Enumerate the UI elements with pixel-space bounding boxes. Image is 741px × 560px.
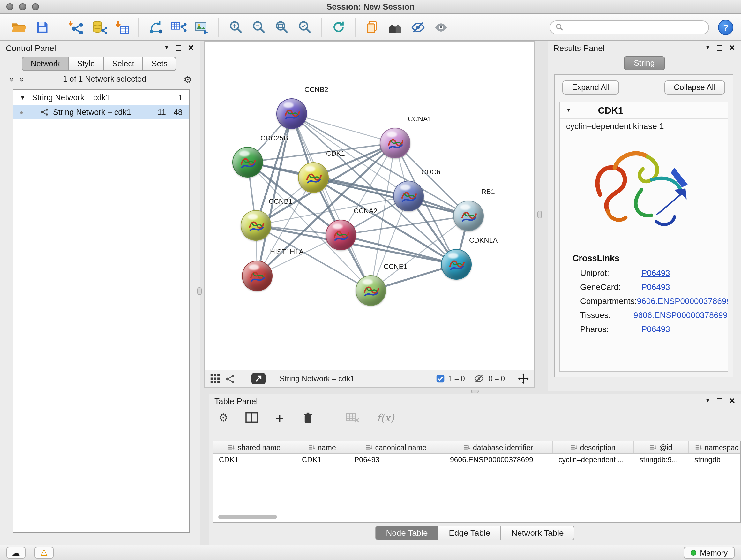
network-collection-row[interactable]: ▼ String Network – cdk1 1 — [13, 90, 189, 105]
network-node-CDKN1A[interactable] — [441, 249, 472, 280]
tab-style[interactable]: Style — [69, 57, 104, 71]
import-network-database-button[interactable] — [87, 16, 111, 38]
tab-sets[interactable]: Sets — [143, 57, 177, 71]
column-header-database-identifier[interactable]: database identifier — [444, 441, 553, 453]
import-network-file-button[interactable] — [64, 16, 87, 38]
column-header-description[interactable]: description — [553, 441, 634, 453]
hidden-elements-eye-icon[interactable] — [474, 374, 485, 383]
panel-menu-icon[interactable]: ▼ — [164, 45, 169, 51]
minimize-window-button[interactable] — [19, 3, 26, 10]
network-row[interactable]: ● String Network – cdk1 11 48 — [13, 105, 189, 119]
toolbar-search-field[interactable] — [549, 20, 709, 34]
network-node-CDK1[interactable] — [298, 162, 329, 193]
save-session-button[interactable] — [30, 16, 54, 38]
network-node-CCNA1[interactable] — [380, 128, 410, 159]
table-cell[interactable]: CDK1 — [213, 454, 296, 467]
crosslink-value-link[interactable]: 9606.ENSP00000378699 — [637, 296, 728, 306]
network-options-gear-icon[interactable]: ⚙ — [184, 74, 192, 84]
zoom-selected-button[interactable] — [293, 16, 316, 38]
collapse-all-icon[interactable]: » — [7, 75, 17, 84]
network-node-CDC25B[interactable] — [232, 147, 263, 178]
panel-float-icon[interactable] — [176, 45, 181, 51]
network-node-CCNB2[interactable] — [276, 98, 307, 129]
show-columns-button[interactable] — [243, 409, 260, 426]
zoom-window-button[interactable] — [32, 3, 39, 10]
delete-column-button[interactable] — [299, 409, 316, 426]
network-node-CCNB1[interactable] — [241, 210, 271, 241]
zoom-out-button[interactable] — [247, 16, 270, 38]
table-options-button[interactable]: ⚙ — [215, 409, 232, 426]
cloud-status-button[interactable]: ☁ — [6, 547, 25, 559]
collapse-all-button[interactable]: Collapse All — [664, 80, 725, 95]
create-column-button[interactable]: + — [271, 409, 288, 426]
tab-network[interactable]: Network — [22, 57, 69, 71]
tab-network-table[interactable]: Network Table — [501, 525, 575, 540]
gene-header-row[interactable]: ▼ CDK1 — [560, 102, 728, 119]
network-node-CDC6[interactable] — [393, 181, 424, 211]
panel-close-icon[interactable]: ✕ — [729, 397, 735, 405]
tab-edge-table[interactable]: Edge Table — [439, 525, 501, 540]
table-row[interactable]: CDK1CDK1P064939606.ENSP00000378699cyclin… — [213, 454, 740, 467]
apply-layout-button[interactable] — [327, 16, 350, 38]
column-header-canonical-name[interactable]: canonical name — [348, 441, 444, 453]
table-cell[interactable]: stringdb:9... — [634, 454, 689, 467]
crosslink-value-link[interactable]: P06493 — [642, 268, 670, 277]
network-node-CCNE1[interactable] — [355, 275, 386, 306]
hide-selected-button[interactable] — [407, 16, 429, 38]
tab-node-table[interactable]: Node Table — [375, 525, 439, 540]
selected-nodes-checkbox-icon[interactable] — [436, 374, 445, 383]
help-button[interactable]: ? — [718, 19, 733, 35]
tab-select[interactable]: Select — [104, 57, 143, 71]
copy-document-button[interactable] — [360, 16, 384, 38]
function-builder-button[interactable]: f(x) — [377, 409, 394, 426]
panel-close-icon[interactable]: ✕ — [729, 44, 735, 52]
network-node-HIST1H1A[interactable] — [242, 260, 273, 291]
column-header-namespac[interactable]: namespac — [689, 441, 741, 453]
export-image-button[interactable] — [190, 16, 213, 38]
panel-float-icon[interactable] — [717, 45, 723, 51]
crosslink-value-link[interactable]: P06493 — [642, 282, 670, 292]
network-node-CCNA2[interactable] — [326, 220, 356, 250]
table-cell[interactable]: 9606.ENSP00000378699 — [444, 454, 553, 467]
grid-view-icon[interactable] — [210, 374, 220, 384]
column-header--id[interactable]: @id — [634, 441, 689, 453]
show-all-button[interactable] — [429, 16, 453, 38]
warnings-button[interactable]: ⚠ — [35, 547, 54, 559]
panel-menu-icon[interactable]: ▼ — [705, 45, 711, 51]
expand-all-button[interactable]: Expand All — [562, 80, 619, 95]
network-from-table-button[interactable] — [167, 16, 190, 38]
new-network-button[interactable] — [144, 16, 167, 38]
expand-all-icon[interactable]: « — [16, 75, 26, 84]
birdseye-toggle-button[interactable] — [252, 373, 266, 384]
network-canvas[interactable]: CCNB2CCNA1CDC25BCDK1CDC6RB1CCNB1CCNA2CDK… — [204, 41, 535, 370]
column-header-shared-name[interactable]: shared name — [213, 441, 296, 453]
tree-expand-icon[interactable]: ▼ — [20, 94, 27, 101]
table-horizontal-scrollbar[interactable] — [218, 515, 277, 519]
close-window-button[interactable] — [6, 3, 13, 10]
table-cell[interactable]: cyclin–dependent ... — [553, 454, 634, 467]
zoom-fit-button[interactable] — [270, 16, 293, 38]
network-view-icon[interactable] — [225, 374, 235, 383]
pan-move-icon[interactable] — [518, 373, 529, 384]
crosslink-value-link[interactable]: P06493 — [642, 324, 670, 334]
splitter-handle[interactable] — [197, 287, 202, 295]
table-cell[interactable]: stringdb — [689, 454, 741, 467]
gene-collapse-icon[interactable]: ▼ — [566, 108, 571, 113]
memory-button[interactable]: Memory — [683, 547, 735, 559]
splitter-handle[interactable] — [471, 389, 479, 393]
network-node-RB1[interactable] — [453, 200, 484, 231]
column-header-name[interactable]: name — [296, 441, 348, 453]
splitter-handle[interactable] — [537, 211, 542, 219]
import-table-button[interactable] — [111, 16, 133, 38]
crosslink-value-link[interactable]: 9606.ENSP00000378699 — [633, 310, 728, 320]
panel-float-icon[interactable] — [717, 398, 723, 404]
tab-string[interactable]: String — [623, 56, 665, 70]
search-input[interactable] — [567, 23, 703, 32]
panel-close-icon[interactable]: ✕ — [188, 44, 194, 52]
network-edge[interactable] — [292, 114, 371, 291]
table-cell[interactable]: P06493 — [348, 454, 444, 467]
zoom-in-button[interactable] — [224, 16, 247, 38]
open-session-button[interactable] — [8, 16, 30, 38]
panel-menu-icon[interactable]: ▼ — [705, 398, 711, 403]
table-cell[interactable]: CDK1 — [296, 454, 348, 467]
